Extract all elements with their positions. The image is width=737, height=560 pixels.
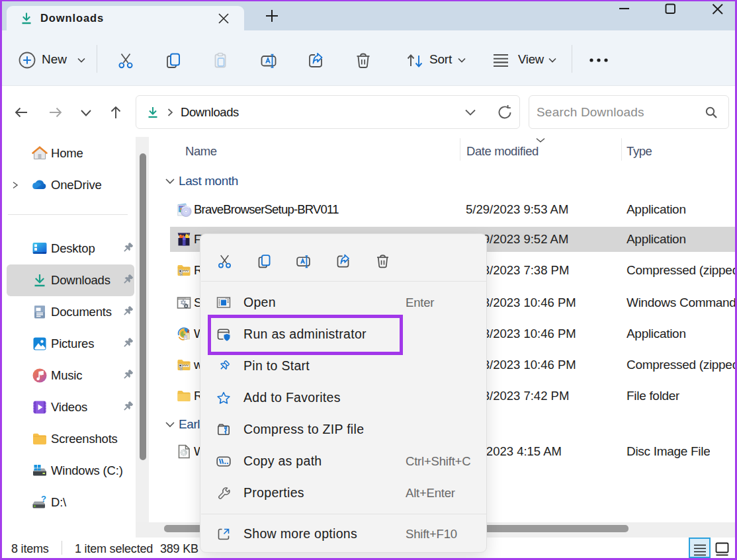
svg-text:?: ? xyxy=(41,494,46,504)
